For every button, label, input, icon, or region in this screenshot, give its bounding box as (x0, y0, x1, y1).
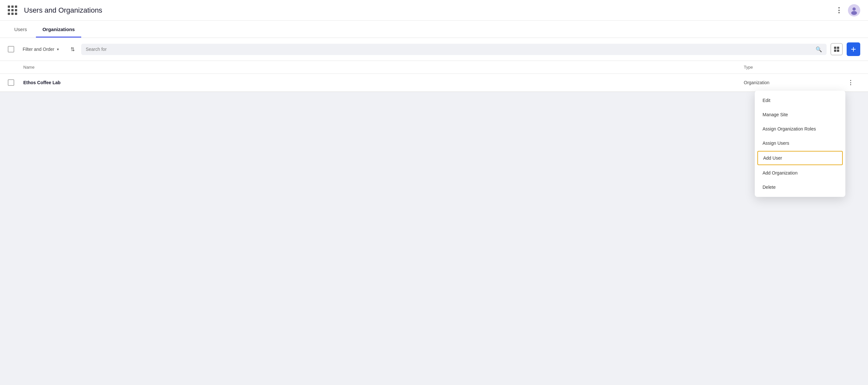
table-row: Ethos Coffee Lab Organization ⋮ (0, 74, 868, 92)
toolbar: Filter and Order ▼ ⇅ 🔍 + (0, 38, 868, 61)
tab-users[interactable]: Users (8, 21, 33, 37)
page-background (0, 92, 868, 254)
table-header: Name Type (0, 61, 868, 74)
tab-organizations[interactable]: Organizations (36, 21, 81, 37)
sort-button[interactable]: ⇅ (68, 45, 77, 54)
svg-point-1 (851, 11, 857, 15)
user-avatar[interactable] (848, 4, 860, 17)
organizations-table: Name Type Ethos Coffee Lab Organization … (0, 61, 868, 92)
menu-item-assign-org-roles[interactable]: Assign Organization Roles (755, 122, 845, 136)
select-all-checkbox[interactable] (8, 46, 14, 53)
add-button[interactable]: + (847, 42, 860, 56)
menu-item-delete[interactable]: Delete (755, 180, 845, 194)
sort-icon: ⇅ (70, 47, 75, 52)
filter-order-button[interactable]: Filter and Order ▼ (18, 44, 64, 54)
search-icon: 🔍 (815, 46, 822, 53)
row-kebab-button[interactable]: ⋮ (841, 79, 860, 86)
context-menu: Edit Manage Site Assign Organization Rol… (755, 91, 845, 197)
svg-point-0 (852, 7, 856, 11)
column-name: Name (23, 65, 744, 70)
menu-item-add-organization[interactable]: Add Organization (755, 166, 845, 180)
app-grid-icon[interactable] (8, 5, 18, 15)
tab-nav: Users Organizations (0, 21, 868, 38)
menu-item-add-user[interactable]: Add User (757, 151, 843, 165)
grid-view-icon (834, 47, 839, 52)
row-checkbox[interactable] (8, 79, 14, 86)
search-bar: 🔍 (81, 44, 827, 55)
org-name: Ethos Coffee Lab (23, 80, 744, 85)
menu-item-assign-users[interactable]: Assign Users (755, 136, 845, 150)
app-header: Users and Organizations ⋮ (0, 0, 868, 21)
menu-item-edit[interactable]: Edit (755, 93, 845, 108)
org-type: Organization (744, 80, 841, 85)
header-actions: ⋮ (835, 4, 860, 17)
search-input[interactable] (86, 47, 812, 52)
page-title: Users and Organizations (24, 6, 835, 14)
header-kebab-button[interactable]: ⋮ (835, 7, 843, 14)
grid-view-button[interactable] (831, 43, 843, 55)
filter-dropdown-icon: ▼ (56, 48, 60, 51)
menu-item-manage-site[interactable]: Manage Site (755, 108, 845, 122)
column-type: Type (744, 65, 841, 70)
